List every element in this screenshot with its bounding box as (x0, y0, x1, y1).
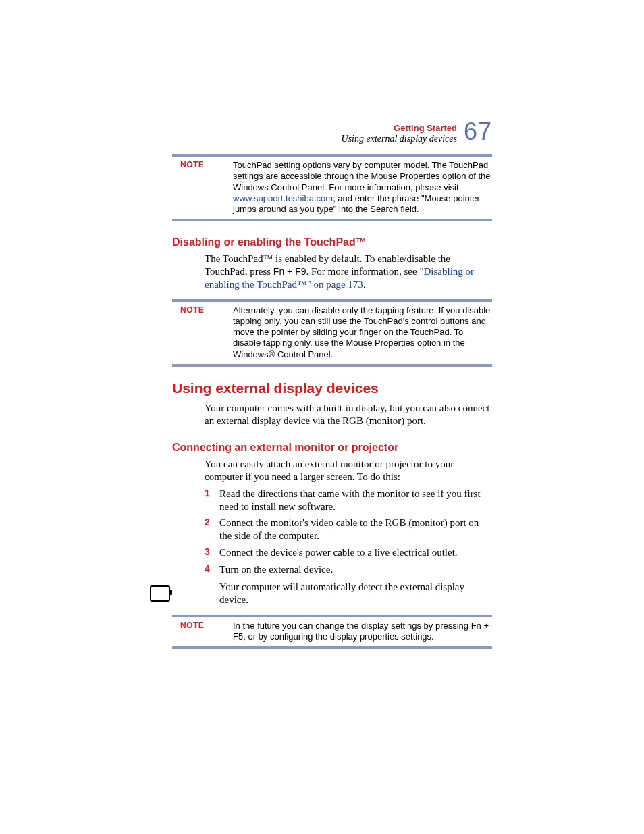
key-combo: Fn + F9 (273, 266, 306, 277)
note-label: NOTE (172, 160, 233, 170)
paragraph-touchpad: The TouchPad™ is enabled by default. To … (205, 253, 492, 290)
note-label: NOTE (172, 305, 233, 315)
page-content: Getting Started Using external display d… (0, 0, 644, 649)
note-body: In the future you can change the display… (233, 621, 492, 643)
note-display-settings: NOTE In the future you can change the di… (172, 615, 492, 650)
note-text-a: TouchPad setting options vary by compute… (233, 160, 491, 192)
note-body: Alternately, you can disable only the ta… (233, 305, 492, 360)
text: . For more information, see (306, 266, 420, 277)
paragraph-auto-detect: Your computer will automatically detect … (219, 581, 492, 606)
rule-icon (172, 646, 492, 649)
chapter-label: Getting Started (394, 123, 457, 133)
paragraph-external-display: Your computer comes with a built-in disp… (205, 402, 492, 427)
paragraph-connect-monitor: You can easily attach an external monito… (205, 458, 492, 484)
step-number: 2 (205, 517, 219, 527)
note-tapping: NOTE Alternately, you can disable only t… (172, 299, 492, 367)
text: , or by configuring the display properti… (243, 631, 434, 642)
header-text: Getting Started Using external display d… (342, 122, 457, 144)
step-text: Read the directions that came with the m… (219, 488, 492, 513)
list-item: 3 Connect the device's power cable to a … (205, 546, 492, 559)
note-touchpad-settings: NOTE TouchPad setting options vary by co… (172, 154, 492, 221)
monitor-port-icon (150, 585, 170, 602)
list-item: 4 Turn on the external device. (205, 563, 492, 576)
step-text: Turn on the external device. (219, 563, 492, 576)
heading-disable-touchpad: Disabling or enabling the TouchPad™ (172, 236, 492, 249)
step-number: 3 (205, 546, 219, 557)
rule-icon (172, 364, 492, 367)
step-list: 1 Read the directions that came with the… (205, 488, 492, 576)
text: . (363, 279, 366, 290)
page-number: 67 (464, 118, 492, 146)
heading-connect-monitor: Connecting an external monitor or projec… (172, 442, 492, 454)
step-number: 1 (205, 488, 219, 498)
list-item: 1 Read the directions that came with the… (205, 488, 492, 513)
support-link[interactable]: www.support.toshiba.com (233, 193, 333, 203)
step-text: Connect the monitor's video cable to the… (219, 517, 492, 542)
note-label: NOTE (172, 621, 233, 630)
list-item: 2 Connect the monitor's video cable to t… (205, 517, 492, 542)
rule-icon (172, 219, 492, 221)
step-text: Connect the device's power cable to a li… (219, 546, 492, 559)
section-label: Using external display devices (342, 134, 457, 144)
text: In the future you can change the display… (233, 621, 471, 631)
step-number: 4 (205, 563, 219, 574)
page-header: Getting Started Using external display d… (172, 122, 492, 149)
note-body: TouchPad setting options vary by compute… (233, 160, 492, 215)
heading-external-display: Using external display devices (172, 380, 492, 396)
